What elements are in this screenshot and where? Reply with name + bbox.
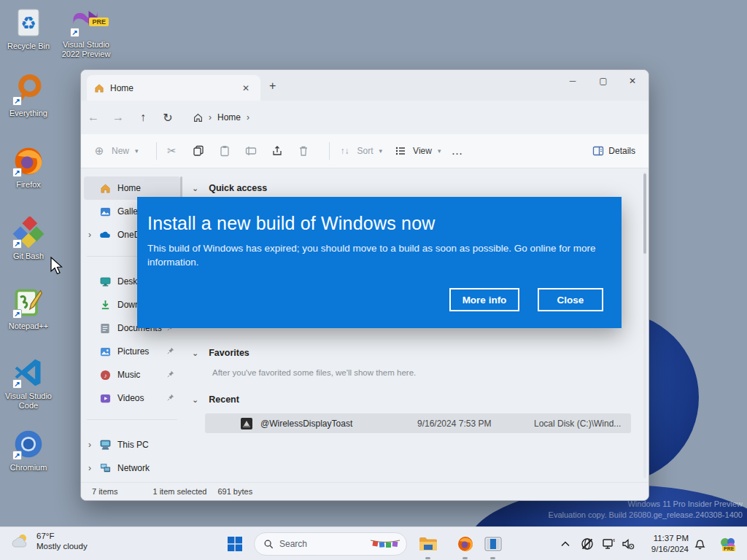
explorer-tab-bar: Home ✕ + ─ ▢ ✕ [81, 70, 649, 101]
visual-studio-preview-icon: PRE ↗ [69, 4, 103, 38]
maximize-button[interactable]: ▢ [589, 71, 618, 90]
dialog-close-button[interactable]: Close [538, 288, 603, 311]
network-icon [98, 462, 112, 474]
sidebar-item-music[interactable]: ♪ Music [84, 363, 180, 386]
tray-chevron-up-icon[interactable] [557, 536, 573, 552]
details-pane-button[interactable]: Details [592, 145, 635, 157]
git-bash-icon: ↗ [12, 216, 45, 249]
share-icon [269, 143, 285, 159]
chevron-down-icon[interactable]: ⌄ [192, 349, 198, 358]
gallery-icon [98, 206, 112, 217]
rename-button[interactable] [243, 143, 259, 159]
svg-text:♪: ♪ [104, 371, 107, 378]
copy-icon [190, 143, 206, 159]
address-bar: ← → ↑ ↻ › Home › [81, 101, 649, 134]
chevron-right-icon[interactable]: › [88, 230, 98, 240]
sidebar-item-network[interactable]: › Network [84, 456, 180, 480]
shortcut-arrow-icon: ↗ [12, 168, 22, 177]
status-bar: 7 items 1 item selected 691 bytes [81, 482, 649, 500]
forward-icon[interactable]: → [106, 111, 131, 124]
breadcrumb[interactable]: › Home › [187, 106, 384, 128]
cut-button[interactable]: ✂ [164, 143, 180, 159]
chevron-right-icon[interactable]: › [88, 440, 98, 450]
refresh-icon[interactable]: ↻ [155, 111, 180, 125]
tab-close-icon[interactable]: ✕ [239, 81, 253, 96]
chevron-right-icon[interactable]: › [88, 463, 98, 473]
chevron-down-icon[interactable]: ⌄ [192, 184, 198, 193]
content-scrollbar-thumb[interactable] [643, 174, 646, 254]
minimize-button[interactable]: ─ [558, 71, 587, 90]
search-icon [263, 539, 274, 549]
copy-button[interactable] [190, 143, 206, 159]
onedrive-cloud-icon [98, 229, 112, 241]
search-label: Search [279, 539, 370, 549]
desktop-icon-chromium[interactable]: ↗ Chromium [0, 427, 57, 472]
weather-temp: 67°F [36, 531, 88, 541]
firefox-taskbar-icon[interactable] [454, 532, 477, 556]
windows-logo-icon [227, 536, 243, 552]
delete-button[interactable] [295, 143, 311, 159]
up-icon[interactable]: ↑ [131, 111, 155, 124]
view-icon [392, 143, 409, 159]
shortcut-arrow-icon: ↗ [12, 309, 22, 319]
desktop-icon-firefox[interactable]: ↗ Firefox [0, 144, 57, 190]
this-pc-icon [98, 439, 112, 451]
shortcut-arrow-icon: ↗ [12, 451, 22, 460]
notifications-bell-icon[interactable] [692, 536, 708, 552]
file-name: @WirelessDisplayToast [260, 419, 417, 429]
window-close-button[interactable]: ✕ [618, 71, 647, 90]
no-internet-icon[interactable] [579, 536, 595, 552]
desktop-icon-visual-studio-preview[interactable]: PRE ↗ Visual Studio 2022 Preview [58, 4, 115, 59]
file-explorer-taskbar-icon[interactable] [417, 532, 440, 556]
chevron-right-icon[interactable]: › [247, 112, 249, 122]
desktop-icon-recycle-bin[interactable]: ♻ Recycle Bin [0, 6, 57, 51]
desktop-icon-git-bash[interactable]: ↗ Git Bash [0, 216, 57, 261]
dialog-title: Install a new build of Windows now [147, 213, 622, 234]
section-recent[interactable]: ⌄ Recent [185, 389, 641, 410]
desktop-icon-visual-studio-code[interactable]: ↗ Visual Studio Code [0, 356, 57, 411]
sidebar-item-pictures[interactable]: Pictures [84, 340, 180, 363]
desktop-icon-everything[interactable]: ↗ Everything [0, 73, 57, 118]
new-button[interactable]: ⊕New▾ [91, 143, 139, 159]
vs-preview-tray-icon[interactable]: PRE [716, 534, 740, 557]
weather-widget[interactable]: 67°F Mostly cloudy [10, 531, 88, 551]
more-options-button[interactable]: … [451, 144, 463, 158]
volume-muted-icon[interactable] [620, 536, 636, 552]
clock-time: 11:37 PM [651, 533, 689, 544]
shortcut-arrow-icon: ↗ [70, 28, 80, 37]
monitor-tray-icon[interactable]: 6 [600, 536, 616, 552]
tab-title: Home [110, 83, 133, 93]
back-icon[interactable]: ← [81, 111, 106, 124]
evaluation-watermark: Windows 11 Pro Insider Preview Evaluatio… [549, 499, 743, 521]
more-info-button[interactable]: More info [449, 288, 519, 311]
firefox-icon: ↗ [12, 144, 45, 178]
view-button[interactable]: View▾ [392, 143, 441, 159]
mouse-cursor [50, 257, 66, 279]
sidebar-item-this-pc[interactable]: › This PC [84, 433, 180, 456]
file-location: Local Disk (C:)\Wind... [534, 419, 621, 429]
status-item-count: 7 items [92, 487, 117, 496]
visual-studio-code-icon: ↗ [12, 356, 45, 389]
search-highlight-icon[interactable] [370, 537, 400, 551]
desktop-icon-notepad-plus-plus[interactable]: ↗ Notepad++ [0, 286, 57, 331]
everything-icon: ↗ [12, 73, 45, 106]
taskbar-clock[interactable]: 11:37 PM 9/16/2024 [651, 533, 689, 555]
section-quick-access[interactable]: ⌄ Quick access [185, 178, 641, 198]
sidebar-item-videos[interactable]: Videos [84, 386, 180, 410]
share-button[interactable] [269, 143, 285, 159]
new-tab-button[interactable]: + [269, 79, 276, 93]
status-selected: 1 item selected [152, 487, 206, 496]
windows-build-expired-dialog: Install a new build of Windows now This … [137, 197, 622, 328]
sort-button[interactable]: ↑↓Sort▾ [337, 143, 383, 159]
section-favorites[interactable]: ⌄ Favorites [185, 343, 641, 363]
tab-home[interactable]: Home ✕ [87, 75, 260, 101]
taskbar-search[interactable]: Search [254, 532, 407, 556]
paste-button[interactable] [217, 143, 233, 159]
chevron-down-icon[interactable]: ⌄ [192, 395, 198, 405]
breadcrumb-home[interactable]: Home [217, 112, 241, 122]
file-row-wireless-display-toast[interactable]: @WirelessDisplayToast 9/16/2024 7:53 PM … [205, 413, 631, 433]
home-icon [98, 182, 112, 194]
file-date: 9/16/2024 7:53 PM [417, 419, 534, 429]
start-button[interactable] [223, 532, 247, 556]
vm-window-taskbar-icon[interactable] [481, 532, 505, 556]
